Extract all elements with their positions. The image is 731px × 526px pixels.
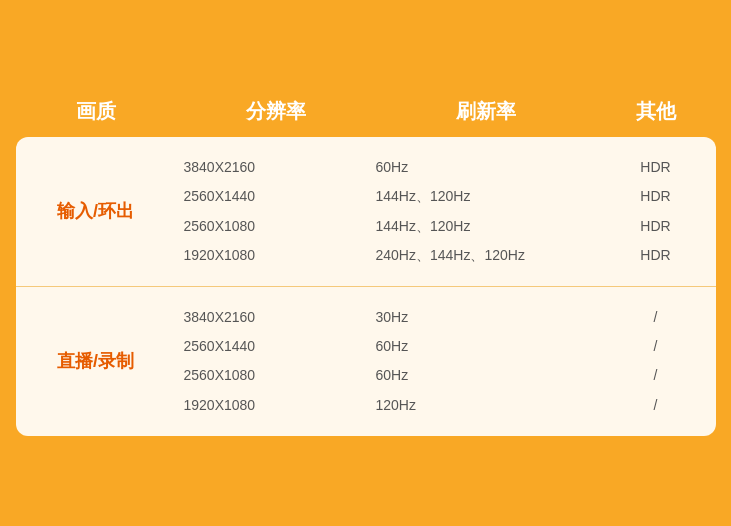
refresh-line-1: 30Hz [376,305,596,330]
refresh-line-2: 60Hz [376,334,596,359]
table-row: 输入/环出 3840X2160 2560X1440 2560X1080 1920… [16,137,716,287]
other-line-4: / [654,393,658,418]
res-line-1: 3840X2160 [184,155,376,180]
refresh-line-2: 144Hz、120Hz [376,184,596,209]
refresh-line-1: 60Hz [376,155,596,180]
other-line-1: / [654,305,658,330]
res-line-2: 2560X1440 [184,184,376,209]
other-line-2: / [654,334,658,359]
col-other-live: / / / / [596,305,716,418]
col-resolutions-input: 3840X2160 2560X1440 2560X1080 1920X1080 [176,155,376,268]
other-line-1: HDR [640,155,670,180]
refresh-line-4: 240Hz、144Hz、120Hz [376,243,596,268]
refresh-line-3: 60Hz [376,363,596,388]
header-other: 其他 [596,98,716,125]
table-header: 画质 分辨率 刷新率 其他 [16,90,716,137]
header-quality: 画质 [16,98,176,125]
main-container: 画质 分辨率 刷新率 其他 输入/环出 3840X2160 2560X1440 … [16,90,716,436]
res-line-3: 2560X1080 [184,363,376,388]
other-line-2: HDR [640,184,670,209]
other-line-4: HDR [640,243,670,268]
res-line-2: 2560X1440 [184,334,376,359]
other-line-3: HDR [640,214,670,239]
col-other-input: HDR HDR HDR HDR [596,155,716,268]
header-refresh: 刷新率 [376,98,596,125]
res-line-3: 2560X1080 [184,214,376,239]
header-resolution: 分辨率 [176,98,376,125]
row-label-input: 输入/环出 [16,155,176,268]
col-refresh-live: 30Hz 60Hz 60Hz 120Hz [376,305,596,418]
refresh-line-3: 144Hz、120Hz [376,214,596,239]
res-line-1: 3840X2160 [184,305,376,330]
res-line-4: 1920X1080 [184,393,376,418]
other-line-3: / [654,363,658,388]
table-row: 直播/录制 3840X2160 2560X1440 2560X1080 1920… [16,287,716,436]
table-body: 输入/环出 3840X2160 2560X1440 2560X1080 1920… [16,137,716,436]
refresh-line-4: 120Hz [376,393,596,418]
res-line-4: 1920X1080 [184,243,376,268]
row-label-live: 直播/录制 [16,305,176,418]
col-resolutions-live: 3840X2160 2560X1440 2560X1080 1920X1080 [176,305,376,418]
col-refresh-input: 60Hz 144Hz、120Hz 144Hz、120Hz 240Hz、144Hz… [376,155,596,268]
